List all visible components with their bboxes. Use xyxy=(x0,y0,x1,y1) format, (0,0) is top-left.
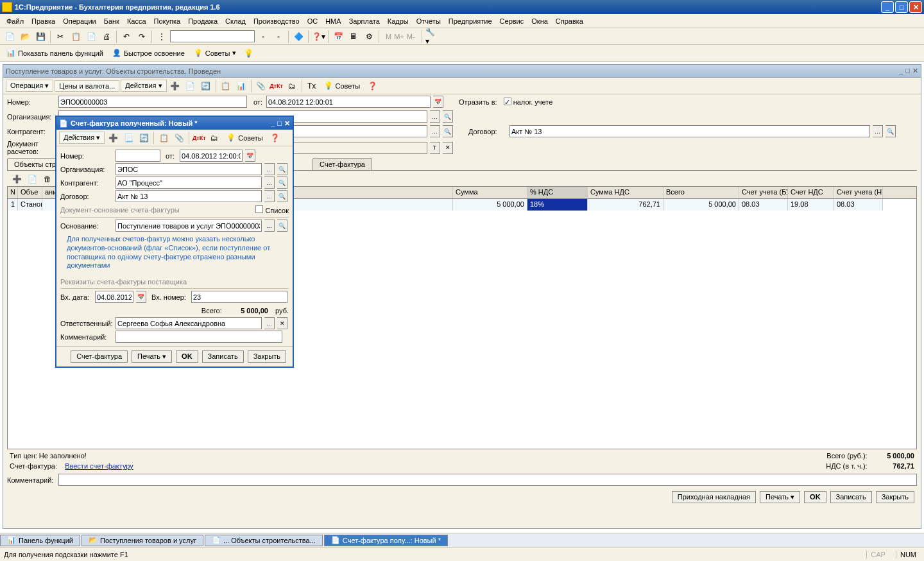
inv-refresh-icon[interactable]: 🔄 xyxy=(137,131,151,145)
inv-maximize[interactable]: □ xyxy=(277,119,282,128)
new-icon[interactable]: 📄 xyxy=(3,30,17,44)
inv-number-input[interactable] xyxy=(116,150,160,162)
invoice-header[interactable]: 📄 Счет-фактура полученный: Новый * _ □ ✕ xyxy=(56,117,293,130)
menu-bank[interactable]: Банк xyxy=(100,16,123,26)
calc-icon[interactable]: ⋮ xyxy=(155,30,169,44)
nav2-icon[interactable]: ▪ xyxy=(271,30,286,44)
date-input[interactable] xyxy=(266,96,431,108)
menu-ops[interactable]: Операции xyxy=(59,16,99,26)
vhnum-input[interactable] xyxy=(191,291,287,303)
quick-learn-button[interactable]: 👤 Быстрое освоение xyxy=(108,47,189,58)
lamp-icon[interactable]: 💡 xyxy=(241,46,255,60)
doc-help-icon[interactable]: ❓ xyxy=(365,79,379,93)
quick-input[interactable] xyxy=(170,30,255,42)
posting-icon[interactable]: 📎 xyxy=(254,79,268,93)
inv-close[interactable]: ✕ xyxy=(284,119,290,128)
contr-ellipsis[interactable]: … xyxy=(430,125,440,137)
inv-actions-button[interactable]: Действия ▾ xyxy=(59,132,105,144)
cut-icon[interactable]: ✂ xyxy=(53,30,67,44)
nav1-icon[interactable]: ▪ xyxy=(256,30,270,44)
inv-minimize[interactable]: _ xyxy=(271,119,275,128)
task-doc2[interactable]: 📄 ... Объекты строительства... xyxy=(205,535,323,546)
operation-button[interactable]: Операция ▾ xyxy=(6,80,53,92)
tab-invoice[interactable]: Счет-фактура xyxy=(312,158,372,170)
list-checkbox[interactable]: Список xyxy=(255,205,289,214)
task-panel[interactable]: 📊 Панель функций xyxy=(0,535,80,546)
menu-windows[interactable]: Окна xyxy=(527,16,552,26)
basis-ellipsis[interactable]: … xyxy=(264,220,275,232)
contract-ellipsis[interactable]: … xyxy=(873,125,883,137)
inv-posting-icon[interactable]: 📎 xyxy=(172,131,186,145)
vat-cell-selected[interactable]: 18% xyxy=(527,199,588,211)
inv-contr-input[interactable] xyxy=(116,177,262,189)
prices-button[interactable]: Цены и валюта... xyxy=(55,80,119,92)
task-doc3[interactable]: 📄 Счет-фактура полу...: Новый * xyxy=(324,535,448,546)
doc-tips-button[interactable]: 💡 Советы xyxy=(320,80,364,91)
number-input[interactable] xyxy=(58,96,247,108)
menu-buy[interactable]: Покупка xyxy=(150,16,185,26)
inv-help-icon[interactable]: ❓ xyxy=(268,131,282,145)
vhdate-picker-icon[interactable]: 📅 xyxy=(136,291,146,303)
zoom-m[interactable]: M xyxy=(386,33,391,40)
inv-org-ellipsis[interactable]: … xyxy=(264,163,275,175)
inv-comment-input[interactable] xyxy=(116,331,282,343)
waybill-button[interactable]: Приходная накладная xyxy=(672,491,756,503)
row-copy-icon[interactable]: 📄 xyxy=(25,172,39,186)
inv-org-input[interactable] xyxy=(116,163,262,175)
tips-button[interactable]: 💡 Советы ▾ xyxy=(190,47,240,58)
dt-icon[interactable]: ДтКт xyxy=(270,79,284,93)
menu-help[interactable]: Справка xyxy=(552,16,587,26)
calc2-icon[interactable]: 🖩 xyxy=(346,30,361,44)
org-search-icon[interactable]: 🔍 xyxy=(443,110,453,123)
window-maximize[interactable]: □ xyxy=(895,1,908,13)
inv-contr-ellipsis[interactable]: … xyxy=(264,177,275,189)
tools-icon[interactable]: ⚙ xyxy=(362,30,376,44)
date-picker-icon[interactable]: 📅 xyxy=(433,96,443,108)
inv-save-button[interactable]: Записать xyxy=(202,350,244,363)
menu-hr[interactable]: Кадры xyxy=(384,16,413,26)
menu-salary[interactable]: Зарплата xyxy=(345,16,384,26)
tx-icon[interactable]: Tx xyxy=(305,79,319,93)
doc-close[interactable]: ✕ xyxy=(912,67,918,75)
doc-maximize[interactable]: □ xyxy=(905,67,910,75)
docresch-x[interactable]: ✕ xyxy=(443,142,453,154)
inv-contr-search-icon[interactable]: 🔍 xyxy=(277,177,287,189)
doc-go-icon[interactable]: 📊 xyxy=(234,79,248,93)
inv-org-search-icon[interactable]: 🔍 xyxy=(277,163,287,175)
inv-print-button[interactable]: Печать ▾ xyxy=(132,350,172,363)
settings-icon[interactable]: 🔧▾ xyxy=(425,30,439,44)
save-icon[interactable]: 💾 xyxy=(33,30,47,44)
inv-dog-ellipsis[interactable]: … xyxy=(264,190,275,202)
open-icon[interactable]: 📂 xyxy=(18,30,32,44)
doc-copy-icon[interactable]: 📋 xyxy=(219,79,233,93)
menu-sell[interactable]: Продажа xyxy=(184,16,221,26)
obj-icon[interactable]: 🔷 xyxy=(291,30,305,44)
inv-copy-icon[interactable]: 📋 xyxy=(157,131,171,145)
menu-os[interactable]: ОС xyxy=(304,16,322,26)
contr-search-icon[interactable]: 🔍 xyxy=(443,125,453,137)
inv-invoice-button[interactable]: Счет-фактура xyxy=(71,350,128,363)
window-close[interactable]: ✕ xyxy=(909,1,922,13)
copy-icon[interactable]: 📋 xyxy=(69,30,83,44)
inv-dog-search-icon[interactable]: 🔍 xyxy=(277,190,287,202)
basis-search-icon[interactable]: 🔍 xyxy=(277,220,287,232)
invoice-link[interactable]: Ввести счет-фактуру xyxy=(65,462,133,470)
inv-dog-input[interactable] xyxy=(116,190,262,202)
close-button[interactable]: Закрыть xyxy=(876,491,914,503)
menu-service[interactable]: Сервис xyxy=(496,16,528,26)
calendar-icon[interactable]: 📅 xyxy=(331,30,345,44)
actions-button[interactable]: Действия ▾ xyxy=(121,80,166,92)
doc-comment-input[interactable] xyxy=(58,474,917,486)
refresh-icon[interactable]: 🔄 xyxy=(199,79,213,93)
show-panel-button[interactable]: 📊 Показать панель функций xyxy=(3,47,107,58)
doc-icon[interactable]: 📄 xyxy=(184,79,198,93)
task-doc1[interactable]: 📂 Поступления товаров и услуг xyxy=(81,535,203,546)
reflect-checkbox[interactable]: ✓ налог. учете xyxy=(504,98,553,106)
contract-input[interactable] xyxy=(509,125,870,137)
row-add-icon[interactable]: ➕ xyxy=(10,172,24,186)
menu-stock[interactable]: Склад xyxy=(221,16,250,26)
print-icon[interactable]: 🖨 xyxy=(99,30,114,44)
ok-button[interactable]: OK xyxy=(804,491,826,503)
inv-date-input[interactable] xyxy=(180,150,243,162)
basis-input[interactable] xyxy=(116,220,262,232)
